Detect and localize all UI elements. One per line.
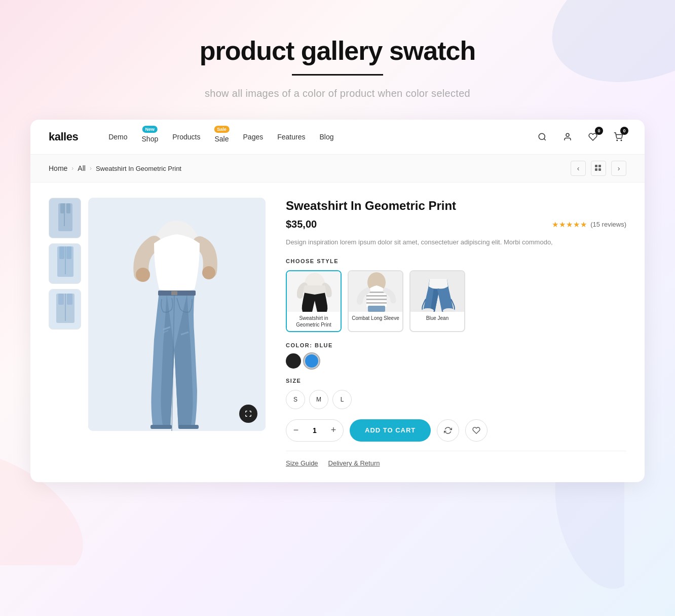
- svg-rect-36: [178, 425, 199, 429]
- nav-link-shop[interactable]: New Shop: [142, 131, 159, 143]
- svg-rect-25: [67, 294, 72, 305]
- breadcrumb-all[interactable]: All: [78, 164, 86, 172]
- style-card-combat[interactable]: Combat Long Sleeve: [348, 270, 403, 332]
- prev-product-button[interactable]: ‹: [571, 161, 586, 176]
- svg-rect-31: [171, 291, 177, 295]
- style-card-img-1: [287, 271, 341, 312]
- product-rating: ★★★★★ (15 reviews): [552, 220, 626, 229]
- svg-rect-8: [595, 165, 597, 167]
- style-card-sweatshirt[interactable]: Sweatshirt in Geometric Print: [286, 270, 342, 332]
- add-to-cart-button[interactable]: ADD TO CART: [350, 419, 431, 442]
- color-section-label: COLOR: BLUE: [286, 342, 333, 348]
- quantity-decrease-button[interactable]: −: [286, 419, 306, 442]
- review-count[interactable]: (15 reviews): [590, 221, 626, 228]
- quantity-control: − 1 +: [286, 419, 344, 442]
- search-icon-button[interactable]: [534, 129, 550, 145]
- svg-rect-24: [58, 294, 64, 305]
- breadcrumb-current: Sweatshirt In Geometric Print: [96, 165, 181, 172]
- hero-section: product gallery swatch show all images o…: [0, 25, 675, 120]
- color-label-row: COLOR: BLUE: [286, 342, 626, 348]
- breadcrumb-navigation: ‹ ›: [571, 161, 626, 176]
- svg-rect-44: [366, 295, 387, 297]
- main-product-image: [88, 198, 266, 431]
- svg-point-3: [539, 133, 545, 139]
- grid-view-button[interactable]: [591, 161, 606, 176]
- svg-rect-47: [368, 306, 385, 312]
- breadcrumb: Home › All › Sweatshirt In Geometric Pri…: [49, 164, 181, 172]
- nav-badge-new: New: [142, 126, 158, 133]
- svg-rect-45: [366, 299, 387, 300]
- wishlist-button[interactable]: [465, 419, 488, 442]
- account-icon-button[interactable]: [559, 129, 576, 145]
- wishlist-count-badge: 0: [595, 127, 603, 135]
- size-l-button[interactable]: L: [332, 390, 352, 409]
- svg-line-4: [544, 138, 545, 140]
- style-card-label-1: Sweatshirt in Geometric Print: [287, 312, 341, 331]
- nav-link-sale[interactable]: Sale Sale: [214, 131, 229, 143]
- svg-point-5: [566, 133, 569, 136]
- delivery-return-link[interactable]: Delivery & Return: [328, 459, 380, 467]
- nav-link-products[interactable]: Products: [172, 133, 200, 141]
- breadcrumb-home[interactable]: Home: [49, 164, 67, 172]
- expand-image-button[interactable]: [239, 405, 257, 423]
- nav-badge-sale: Sale: [214, 126, 230, 133]
- nav-link-demo[interactable]: Demo: [108, 133, 127, 141]
- color-swatch-blue[interactable]: [304, 353, 319, 369]
- svg-rect-11: [598, 168, 601, 171]
- style-card-label-3: Blue Jean: [410, 312, 464, 324]
- product-section: Sweatshirt In Geometric Print $35,00 ★★★…: [30, 183, 645, 482]
- breadcrumb-bar: Home › All › Sweatshirt In Geometric Pri…: [30, 155, 645, 183]
- svg-rect-19: [59, 246, 64, 259]
- svg-point-37: [136, 268, 150, 282]
- product-info: Sweatshirt In Geometric Print $35,00 ★★★…: [286, 198, 626, 467]
- svg-rect-14: [60, 203, 64, 213]
- store-nav: kalles Demo New Shop Products Sale Sale …: [30, 120, 645, 155]
- size-options: S M L: [286, 390, 626, 409]
- size-section: SIZE S M L: [286, 378, 626, 409]
- size-s-button[interactable]: S: [286, 390, 305, 409]
- svg-rect-35: [151, 425, 172, 429]
- color-swatch-black[interactable]: [286, 353, 301, 369]
- refresh-button[interactable]: [437, 419, 459, 442]
- svg-point-6: [617, 140, 618, 141]
- size-guide-link[interactable]: Size Guide: [286, 459, 318, 467]
- breadcrumb-sep-1: ›: [71, 165, 73, 172]
- style-card-blue-jean[interactable]: Blue Jean: [409, 270, 465, 332]
- svg-rect-15: [66, 203, 70, 213]
- svg-rect-10: [595, 168, 597, 171]
- nav-link-features[interactable]: Features: [277, 133, 305, 141]
- cart-count-badge: 0: [620, 127, 628, 135]
- svg-rect-20: [66, 246, 71, 259]
- style-card-label-2: Combat Long Sleeve: [349, 312, 402, 324]
- hero-underline: [292, 74, 383, 76]
- quantity-increase-button[interactable]: +: [324, 419, 343, 442]
- breadcrumb-sep-2: ›: [90, 165, 92, 172]
- style-card-img-2: [349, 271, 402, 312]
- cart-icon-button[interactable]: 0: [610, 129, 626, 145]
- style-card-img-3: [410, 271, 464, 312]
- product-gallery: [49, 198, 266, 467]
- next-product-button[interactable]: ›: [611, 161, 626, 176]
- svg-point-7: [621, 140, 622, 141]
- size-section-label: SIZE: [286, 378, 626, 384]
- thumbnail-3[interactable]: [49, 289, 81, 330]
- nav-link-pages[interactable]: Pages: [243, 133, 264, 141]
- quantity-value: 1: [306, 426, 324, 434]
- size-m-button[interactable]: M: [309, 390, 328, 409]
- svg-point-38: [202, 266, 215, 279]
- thumbnail-list: [49, 198, 81, 467]
- nav-logo[interactable]: kalles: [49, 130, 78, 143]
- hero-subtitle: show all images of a color of product wh…: [20, 88, 655, 99]
- thumbnail-1[interactable]: [49, 198, 81, 238]
- add-to-cart-row: − 1 + ADD TO CART: [286, 419, 626, 442]
- product-price-row: $35,00 ★★★★★ (15 reviews): [286, 219, 626, 230]
- wishlist-icon-button[interactable]: 0: [585, 129, 601, 145]
- product-description: Design inspiration lorem ipsum dolor sit…: [286, 237, 626, 248]
- product-footer-links: Size Guide Delivery & Return: [286, 451, 626, 467]
- hero-title: product gallery swatch: [20, 35, 655, 66]
- thumbnail-2[interactable]: [49, 243, 81, 284]
- nav-icons: 0 0: [534, 129, 626, 145]
- nav-link-blog[interactable]: Blog: [319, 133, 333, 141]
- product-title: Sweatshirt In Geometric Print: [286, 198, 626, 213]
- store-card: kalles Demo New Shop Products Sale Sale …: [30, 120, 645, 482]
